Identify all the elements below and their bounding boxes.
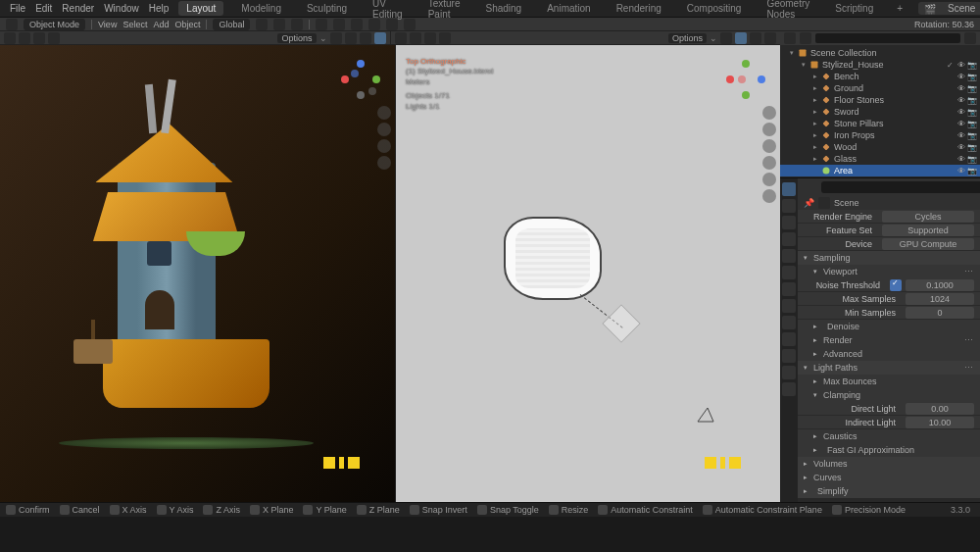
editor-type-icon[interactable] xyxy=(4,32,16,44)
editor-type-icon[interactable] xyxy=(395,32,407,44)
panel-simplify[interactable]: ▸Simplify xyxy=(798,484,980,498)
snap-icon[interactable] xyxy=(273,19,285,30)
menu-file[interactable]: File xyxy=(10,3,25,14)
tool-menu-view[interactable]: View xyxy=(98,20,117,29)
panel-fgi[interactable]: ▸Fast GI Approximation xyxy=(798,443,980,457)
shading-wire-icon[interactable] xyxy=(720,32,732,44)
xray-icon[interactable] xyxy=(48,32,60,44)
feature-set-dropdown[interactable]: Supported xyxy=(882,225,974,236)
tab-viewlayer-icon[interactable] xyxy=(782,216,796,229)
persp-ortho-icon[interactable] xyxy=(377,156,391,170)
workspace-tab[interactable]: Sculpting xyxy=(299,1,355,16)
outliner-row[interactable]: ▸Stone Pillars👁📷 xyxy=(780,118,980,129)
menu-render[interactable]: Render xyxy=(62,3,94,14)
outliner-row-selected[interactable]: Area👁📷 xyxy=(780,165,980,176)
menu-edit[interactable]: Edit xyxy=(35,3,52,14)
outliner-row-root[interactable]: ▾Scene Collection xyxy=(780,47,980,59)
panel-sampling[interactable]: ▾Sampling xyxy=(798,251,980,265)
viewport-solid[interactable]: Top Orthographic (1) Stylized_House.blen… xyxy=(396,45,780,502)
transform-orientation[interactable]: Global xyxy=(213,19,250,30)
panel-clamping[interactable]: ▾Clamping xyxy=(798,388,980,402)
workspace-tab[interactable]: Shading xyxy=(477,1,529,16)
tool-setting-icon[interactable] xyxy=(333,19,345,30)
overlay-toggle-icon[interactable] xyxy=(410,32,421,44)
panel-viewport[interactable]: ▾Viewport⋯ xyxy=(798,265,980,278)
scene-selector[interactable]: 🎬Scene xyxy=(918,2,980,15)
overlay-toggle-icon[interactable] xyxy=(19,32,30,44)
shading-solid-icon[interactable] xyxy=(735,32,747,44)
filter-icon[interactable] xyxy=(964,32,976,44)
tab-constraints-icon[interactable] xyxy=(782,332,796,346)
outliner-row[interactable]: ▸Bench👁📷 xyxy=(780,71,980,82)
options-dropdown[interactable]: Options xyxy=(668,33,707,43)
panel-advanced[interactable]: ▸Advanced xyxy=(798,347,980,361)
workspace-tab[interactable]: Layout xyxy=(178,1,223,16)
xray-icon[interactable] xyxy=(439,32,451,44)
workspace-tab[interactable]: Scripting xyxy=(827,1,881,16)
exclude-icon[interactable]: ✓ xyxy=(946,61,955,70)
menu-window[interactable]: Window xyxy=(104,3,139,14)
outliner-row[interactable]: ▸Glass👁📷 xyxy=(780,153,980,165)
menu-help[interactable]: Help xyxy=(149,3,170,14)
outliner-row[interactable]: ▸Ground👁📷 xyxy=(780,82,980,94)
workspace-add-icon[interactable]: + xyxy=(891,3,908,14)
shading-matprev-icon[interactable] xyxy=(750,32,761,44)
max-samples-field[interactable]: 1024 xyxy=(906,293,974,305)
tool-menu-add[interactable]: Add xyxy=(153,20,169,29)
noise-threshold-field[interactable]: 0.1000 xyxy=(906,279,974,291)
camera-view-icon[interactable] xyxy=(762,139,776,153)
zoom-icon[interactable] xyxy=(377,106,391,120)
shading-rendered-icon[interactable] xyxy=(374,32,386,44)
outliner-row[interactable]: ▸Sword👁📷 xyxy=(780,106,980,118)
panel-max-bounces[interactable]: ▸Max Bounces xyxy=(798,375,980,388)
persp-ortho-icon[interactable] xyxy=(762,156,776,170)
camera-gizmo[interactable] xyxy=(696,406,715,424)
tab-object-icon[interactable] xyxy=(782,266,796,279)
tab-output-icon[interactable] xyxy=(782,199,796,213)
workspace-tab[interactable]: Geometry Nodes xyxy=(759,0,817,22)
outliner-row[interactable]: ▸Iron Props👁📷 xyxy=(780,129,980,141)
shading-solid-icon[interactable] xyxy=(345,32,357,44)
tool-setting-icon[interactable] xyxy=(351,19,363,30)
panel-light-paths[interactable]: ▾Light Paths⋯ xyxy=(798,361,980,375)
outliner-row[interactable]: ▸Floor Stones👁📷 xyxy=(780,94,980,106)
shading-wire-icon[interactable] xyxy=(330,32,342,44)
grid-icon[interactable] xyxy=(762,173,776,186)
noise-threshold-checkbox[interactable] xyxy=(890,279,902,291)
outliner-row[interactable]: ▸Wood👁📷 xyxy=(780,141,980,153)
eye-icon[interactable]: 👁 xyxy=(956,61,965,70)
tab-data-icon[interactable] xyxy=(782,349,796,363)
device-dropdown[interactable]: GPU Compute xyxy=(882,238,974,250)
tab-modifiers-icon[interactable] xyxy=(782,282,796,296)
pan-icon[interactable] xyxy=(377,123,391,136)
outliner-search-input[interactable] xyxy=(815,33,960,43)
nav-gizmo[interactable] xyxy=(341,60,380,99)
pivot-icon[interactable] xyxy=(256,19,268,30)
shading-matprev-icon[interactable] xyxy=(360,32,371,44)
camera-view-icon[interactable] xyxy=(377,139,391,153)
pan-icon[interactable] xyxy=(762,123,776,136)
shading-rendered-icon[interactable] xyxy=(764,32,776,44)
indirect-light-field[interactable]: 10.00 xyxy=(906,417,974,428)
min-samples-field[interactable]: 0 xyxy=(906,307,974,319)
render-engine-dropdown[interactable]: Cycles xyxy=(882,211,974,223)
tool-setting-icon[interactable] xyxy=(368,19,380,30)
panel-render-sub[interactable]: ▸Render⋯ xyxy=(798,333,980,347)
panel-curves[interactable]: ▸Curves xyxy=(798,471,980,484)
zoom-icon[interactable] xyxy=(762,106,776,120)
panel-volumes[interactable]: ▸Volumes xyxy=(798,457,980,471)
direct-light-field[interactable]: 0.00 xyxy=(906,403,974,415)
editor-type-icon[interactable] xyxy=(6,19,18,30)
gizmo-toggle-icon[interactable] xyxy=(424,32,436,44)
editor-type-icon[interactable] xyxy=(784,32,796,44)
workspace-tab[interactable]: Texture Paint xyxy=(420,0,468,22)
proportional-icon[interactable] xyxy=(291,19,303,30)
grid-icon[interactable] xyxy=(762,189,776,203)
tab-texture-icon[interactable] xyxy=(782,382,796,396)
pin-icon[interactable]: 📌 xyxy=(804,198,814,208)
tool-menu-select[interactable]: Select xyxy=(122,20,147,29)
workspace-tab[interactable]: Compositing xyxy=(679,1,750,16)
tab-world-icon[interactable] xyxy=(782,249,796,263)
tab-particles-icon[interactable] xyxy=(782,299,796,313)
gizmo-toggle-icon[interactable] xyxy=(33,32,45,44)
